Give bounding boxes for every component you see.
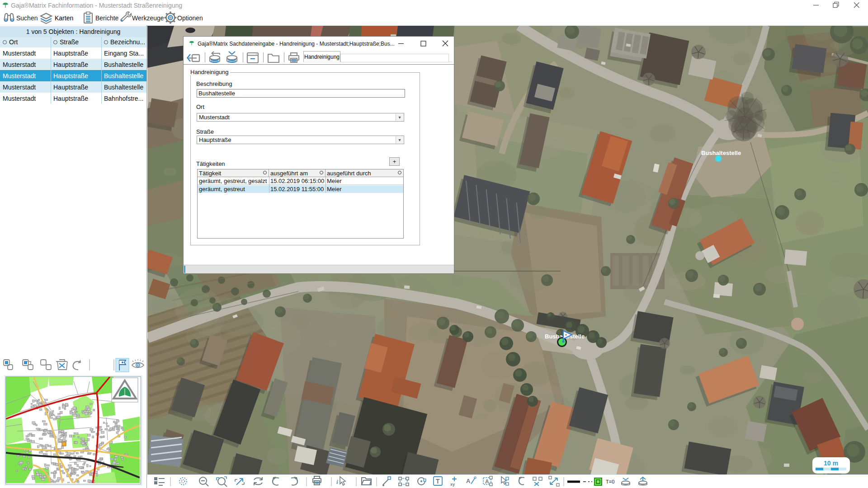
svg-text:i: i: [336, 479, 338, 485]
svg-text:T=0: T=0: [606, 479, 614, 484]
svg-text:T: T: [436, 478, 440, 485]
svg-text:A: A: [485, 479, 489, 485]
svg-text:xy: xy: [450, 482, 455, 487]
svg-text:10 m: 10 m: [824, 460, 838, 467]
svg-text:Bushaltestelle: Bushaltestelle: [701, 150, 741, 156]
svg-text:A: A: [466, 478, 471, 484]
